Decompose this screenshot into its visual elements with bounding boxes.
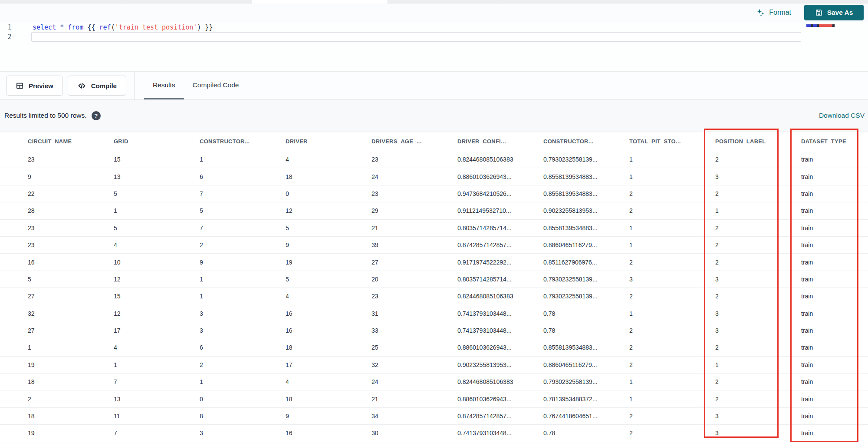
table-cell: 1 <box>114 207 200 214</box>
table-row: 191217320.9023255813953...0.886046511627… <box>0 357 868 374</box>
preview-button[interactable]: Preview <box>6 76 63 96</box>
save-as-button[interactable]: Save As <box>804 5 864 20</box>
table-cell: 9 <box>28 173 114 180</box>
table-cell: 7 <box>114 430 200 436</box>
code-token-string: 'train_test_position' <box>115 23 197 31</box>
table-cell: 20 <box>372 276 457 283</box>
editor-minimap[interactable] <box>806 24 848 27</box>
table-cell: 22 <box>28 190 114 197</box>
sql-editor[interactable]: 1 select * from {{ ref('train_test_posit… <box>0 23 868 71</box>
table-cell: 10 <box>114 259 200 266</box>
table-row: 1610919270.9171974522292...0.85116279069… <box>0 254 868 271</box>
active-line-highlight[interactable] <box>31 32 801 42</box>
table-cell: 0 <box>286 190 372 197</box>
table-cell: 17 <box>114 327 200 334</box>
code-line-2[interactable]: 2 <box>0 32 868 42</box>
table-cell: 0.8558139534883... <box>543 344 629 351</box>
results-info-bar: Results limited to 500 rows. ? Download … <box>0 100 868 131</box>
table-cell: 5 <box>114 225 200 231</box>
table-cell: 0.8860103626943... <box>457 173 543 180</box>
table-cell: 0.8860103626943... <box>457 344 543 351</box>
tab-compiled-code[interactable]: Compiled Code <box>184 72 248 99</box>
table-row: 213018210.8860103626943...0.781395348837… <box>0 390 868 407</box>
table-cell: 5 <box>200 207 286 214</box>
table-cell: 21 <box>372 396 457 403</box>
results-table-header: CIRCUIT_NAMEGRIDCONSTRUCTOR...DRIVERDRIV… <box>0 131 868 151</box>
table-cell: 4 <box>286 156 372 163</box>
code-line-1[interactable]: 1 select * from {{ ref('train_test_posit… <box>0 23 868 32</box>
table-cell: 16 <box>286 310 372 317</box>
table-cell: 0.8860465116279... <box>543 241 629 248</box>
table-cell: 1 <box>28 344 114 351</box>
table-cell: 19 <box>28 430 114 436</box>
table-cell: 12 <box>114 276 200 283</box>
code-token-bracket: ( <box>111 23 115 31</box>
table-row: 181189340.8742857142857...0.767441860465… <box>0 408 868 425</box>
table-cell: 1 <box>629 225 715 231</box>
table-cell: 18 <box>286 396 372 403</box>
table-cell: 0.7813953488372... <box>543 396 629 403</box>
table-cell: train <box>801 156 868 163</box>
table-cell: 19 <box>28 361 114 368</box>
file-tab-divider <box>501 0 501 3</box>
active-file-tab[interactable] <box>252 0 388 3</box>
column-header-driver_confi: DRIVER_CONFI... <box>457 138 543 145</box>
table-cell: 16 <box>286 327 372 334</box>
tab-compiled-code-label: Compiled Code <box>193 81 239 89</box>
table-cell: 0.8558139534883... <box>543 225 629 231</box>
ide-page: Format Save As 1 select * from {{ ref('t… <box>0 0 868 443</box>
table-cell: 0.7930232558139... <box>543 276 629 283</box>
table-cell: 3 <box>200 310 286 317</box>
table-cell: 24 <box>372 173 457 180</box>
column-header-grid: GRID <box>114 138 200 145</box>
table-cell: train <box>801 327 868 334</box>
table-row: 231514230.8244680851063830.7930232558139… <box>0 151 868 168</box>
table-cell: 23 <box>28 156 114 163</box>
table-cell: 8 <box>200 413 286 420</box>
table-cell: 15 <box>114 293 200 300</box>
table-cell: 2 <box>629 361 715 368</box>
table-cell: 23 <box>28 225 114 231</box>
table-cell: 0.7413793103448... <box>457 327 543 334</box>
code-token-bracket: ) <box>197 23 201 31</box>
table-row: 22570230.9473684210526...0.8558139534883… <box>0 185 868 202</box>
table-cell: 32 <box>28 310 114 317</box>
column-header-constructor: CONSTRUCTOR... <box>543 138 629 145</box>
table-cell: 2 <box>200 241 286 248</box>
table-cell: 4 <box>286 293 372 300</box>
table-cell: 2 <box>715 225 801 231</box>
compile-button[interactable]: Compile <box>68 76 126 96</box>
table-cell: 12 <box>114 310 200 317</box>
table-cell: 0.8558139534883... <box>543 190 629 197</box>
results-limit-text: Results limited to 500 rows. <box>4 112 87 119</box>
tab-results[interactable]: Results <box>144 72 184 99</box>
column-header-circuit_name: CIRCUIT_NAME <box>28 138 114 145</box>
table-cell: 29 <box>372 207 457 214</box>
table-cell: 0.8035714285714... <box>457 276 543 283</box>
table-cell: 0.824468085106383 <box>457 378 543 385</box>
table-cell: 1 <box>114 361 200 368</box>
table-cell: 2 <box>629 259 715 266</box>
table-cell: 1 <box>200 378 286 385</box>
table-row: 23429390.8742857142857...0.8860465116279… <box>0 237 868 254</box>
download-csv-link[interactable]: Download CSV <box>819 112 865 119</box>
table-cell: 0.7930232558139... <box>543 293 629 300</box>
table-cell: 0.8860103626943... <box>457 396 543 403</box>
table-row: 3212316310.7413793103448...0.7813train <box>0 305 868 322</box>
code-token-keyword: from <box>68 23 83 31</box>
table-cell: 1 <box>200 156 286 163</box>
table-cell: 3 <box>715 430 801 436</box>
table-cell: 31 <box>372 310 457 317</box>
table-cell: 16 <box>28 259 114 266</box>
table-cell: 0.9473684210526... <box>457 190 543 197</box>
table-cell: 6 <box>200 344 286 351</box>
help-icon[interactable]: ? <box>92 111 101 120</box>
table-cell: 0.9112149532710... <box>457 207 543 214</box>
toolbar-divider <box>134 72 135 99</box>
table-cell: 2 <box>715 156 801 163</box>
table-cell: 1 <box>200 276 286 283</box>
table-cell: 1 <box>200 293 286 300</box>
table-cell: 33 <box>372 327 457 334</box>
table-cell: 2 <box>629 190 715 197</box>
format-button[interactable]: Format <box>756 8 791 17</box>
